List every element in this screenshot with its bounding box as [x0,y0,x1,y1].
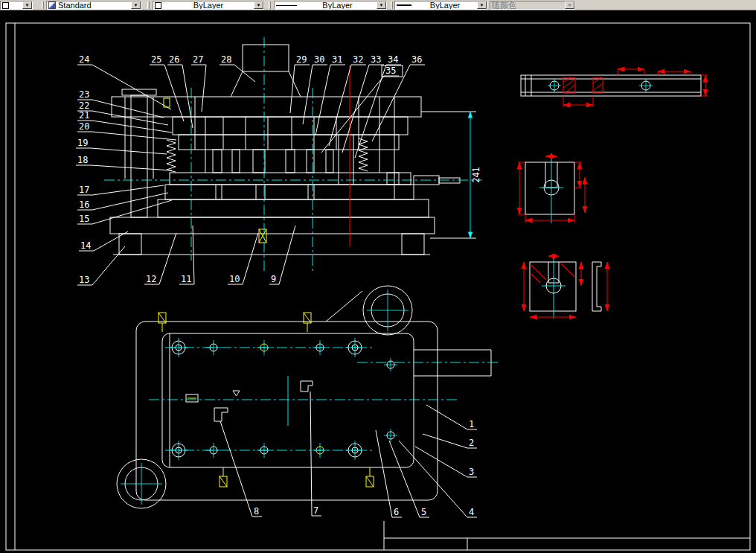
text-style-label: Standard [58,1,92,9]
svg-text:3: 3 [469,467,474,477]
callout-2: 2 [423,434,477,448]
svg-text:6: 6 [394,507,399,517]
svg-text:2: 2 [469,438,474,448]
svg-text:35: 35 [385,65,396,76]
toolbar-separator [42,1,44,9]
svg-text:21: 21 [79,110,89,121]
callout-13: 13 [77,246,125,285]
svg-text:25: 25 [151,54,161,65]
callout-1: 1 [426,405,477,429]
svg-text:4: 4 [469,507,474,517]
docked-combo-partial[interactable]: ▼ [0,1,33,10]
drawing-canvas[interactable]: 241 [0,10,756,553]
chevron-down-icon: ▼ [565,1,574,9]
chevron-down-icon[interactable]: ▼ [22,1,32,9]
color-control-label: ByLayer [193,1,223,9]
svg-text:17: 17 [79,185,89,195]
plot-style-label: 随颜色 [492,1,516,9]
svg-text:30: 30 [314,54,324,65]
text-style-combo[interactable]: Standard ▼ [46,1,141,10]
svg-text:8: 8 [254,506,259,517]
text-style-icon [48,1,56,9]
plan-view [117,286,500,508]
callout-14: 14 [79,231,128,251]
chevron-down-icon[interactable]: ▼ [131,1,141,9]
svg-text:23: 23 [79,89,89,100]
callout-33: 33 [342,54,384,153]
detail-part-lower [524,255,607,319]
svg-text:11: 11 [181,274,191,284]
callout-29: 29 [290,54,310,113]
detail-part-upper [518,153,585,223]
callout-3: 3 [415,447,477,477]
bylayer-color-icon [155,2,161,9]
callout-36: 36 [372,54,425,141]
callout-23: 23 [77,89,164,118]
centerline-crosses [121,79,653,505]
svg-text:34: 34 [388,54,398,65]
svg-text:13: 13 [79,275,89,285]
chevron-down-icon[interactable]: ▼ [377,1,386,9]
svg-text:26: 26 [169,54,179,65]
toolbar-separator [269,1,271,9]
svg-text:15: 15 [79,214,89,224]
callout-32: 32 [329,54,366,146]
callout-17: 17 [77,185,164,195]
linetype-sample-icon [276,5,297,6]
section-yellow-details [164,98,266,243]
section-view: 241 [104,37,482,272]
toolbar-separator [391,1,393,9]
linetype-combo[interactable]: ByLayer ▼ [274,1,387,10]
svg-text:22: 22 [79,100,89,111]
callout-22: 22 [77,100,168,125]
lineweight-sample-icon [397,4,411,6]
toolbar: ▼ Standard ▼ ByLayer ▼ ByLayer ▼ ByLayer… [0,0,756,10]
callout-18: 18 [76,155,172,170]
svg-text:1: 1 [469,419,474,429]
svg-text:19: 19 [77,138,88,148]
svg-text:9: 9 [271,274,276,284]
callout-31: 31 [315,54,345,135]
svg-text:29: 29 [296,54,307,65]
dimension-241: 241 [471,167,481,183]
svg-text:32: 32 [353,54,363,65]
detail-strip-layout [521,69,708,107]
callout-10: 10 [228,233,258,284]
linetype-label: ByLayer [322,1,352,9]
svg-text:5: 5 [421,507,426,517]
svg-text:24: 24 [79,54,89,65]
lineweight-label: ByLayer [430,1,460,9]
chevron-down-icon[interactable]: ▼ [254,1,263,9]
svg-text:7: 7 [313,505,318,516]
color-swatch-icon [2,2,9,9]
svg-text:16: 16 [79,199,89,210]
svg-text:14: 14 [80,240,91,251]
callout-8: 8 [220,421,262,517]
callout-28: 28 [220,54,255,82]
svg-text:36: 36 [411,54,422,65]
callout-27: 27 [191,54,206,112]
drawing-frame [6,23,750,550]
svg-text:20: 20 [79,121,89,132]
svg-text:10: 10 [229,274,240,284]
svg-text:27: 27 [193,54,203,65]
svg-text:28: 28 [221,54,231,65]
color-control-combo[interactable]: ByLayer ▼ [153,1,264,10]
lineweight-combo[interactable]: ByLayer ▼ [394,1,487,10]
callout-6: 6 [376,430,402,517]
svg-text:12: 12 [146,274,156,284]
svg-text:18: 18 [77,155,88,165]
svg-text:31: 31 [332,54,342,65]
toolbar-separator [147,1,150,9]
svg-text:33: 33 [371,54,381,65]
chevron-down-icon[interactable]: ▼ [477,1,487,9]
callout-12: 12 [144,233,176,284]
plot-style-combo: 随颜色 ▼ [490,1,575,10]
